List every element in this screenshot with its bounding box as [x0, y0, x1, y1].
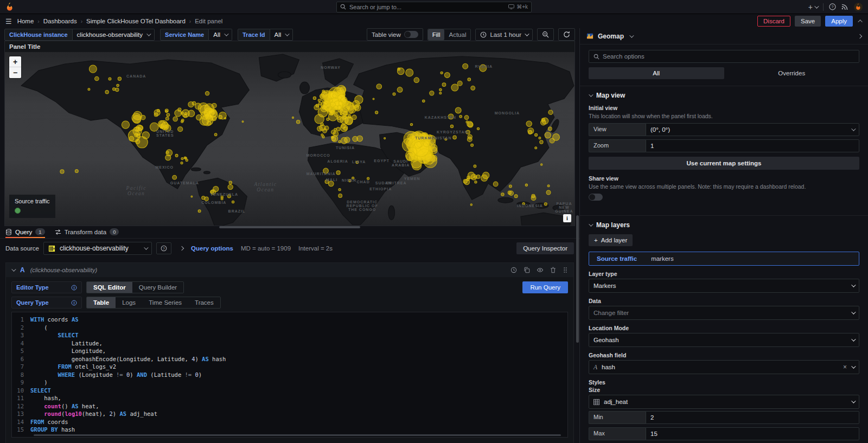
legend-marker-icon	[15, 208, 21, 214]
run-query-button[interactable]: Run Query	[522, 281, 568, 293]
query-type-logs[interactable]: Logs	[116, 297, 142, 308]
map-zoom-in-button[interactable]: +	[9, 56, 21, 67]
apply-button[interactable]: Apply	[825, 16, 853, 27]
refresh-button[interactable]	[558, 28, 575, 41]
location-mode-select[interactable]: Geohash	[589, 333, 859, 347]
options-tab-all[interactable]: All	[589, 67, 724, 79]
traffic-marker	[531, 196, 536, 201]
options-tab-overrides[interactable]: Overrides	[724, 67, 860, 79]
variable-value[interactable]: clickhouse-observability	[73, 29, 155, 41]
traffic-marker	[501, 193, 504, 196]
query-type-traces[interactable]: Traces	[188, 297, 220, 308]
map-attribution-button[interactable]: i	[563, 214, 571, 222]
breadcrumb-item[interactable]: Dashboards	[43, 18, 77, 24]
geomap-canvas[interactable]: RUSSIACANADAUNITED STATESMEXICOGUATEMALA…	[5, 52, 575, 226]
datasource-picker[interactable]: clickhouse-observability	[43, 242, 152, 255]
share-view-toggle[interactable]	[589, 194, 603, 201]
sql-line: 12 count() AS heat,	[12, 402, 567, 410]
variable-label[interactable]: ClickHouse instance	[4, 29, 73, 41]
traffic-marker	[184, 157, 186, 159]
traffic-marker	[464, 179, 470, 185]
panel-title[interactable]: Panel Title	[5, 41, 575, 52]
collapse-pane-icon[interactable]	[858, 35, 861, 38]
geohash-field-select[interactable]: A hash ×	[589, 360, 859, 374]
traffic-marker	[242, 121, 244, 123]
eye-icon[interactable]	[537, 267, 544, 273]
size-field-select[interactable]: adj_heat	[589, 395, 859, 409]
use-current-map-settings-button[interactable]: Use current map settings	[589, 157, 859, 170]
editor-type-query-builder[interactable]: Query Builder	[132, 282, 183, 293]
query-type-table[interactable]: Table	[87, 297, 116, 308]
datasource-help-icon[interactable]: ?	[156, 242, 171, 254]
tab-query[interactable]: Query 1	[5, 228, 45, 238]
max-input[interactable]	[650, 431, 854, 437]
menu-icon[interactable]: ☰	[5, 17, 12, 25]
history-icon[interactable]	[510, 267, 517, 273]
share-view-desc: Use the same view across multiple panels…	[589, 183, 811, 190]
time-range-picker[interactable]: Last 1 hour	[475, 29, 533, 41]
query-ref-id: A	[20, 266, 25, 274]
traffic-marker	[165, 109, 168, 112]
save-button[interactable]: Save	[795, 16, 821, 27]
tab-transform-data[interactable]: Transform data 0	[55, 228, 119, 238]
zoom-input[interactable]	[650, 143, 854, 149]
query-row-header[interactable]: A (clickhouse-observability)	[6, 263, 573, 277]
data-filter-select[interactable]: Change filter	[589, 306, 859, 320]
trash-icon[interactable]	[550, 267, 556, 273]
layer-item-source-traffic[interactable]: Source traffic markers	[589, 252, 859, 266]
add-layer-button[interactable]: + Add layer	[589, 234, 633, 246]
query-options-toggle[interactable]: Query options	[191, 245, 233, 252]
viz-picker-title[interactable]: Geomap	[598, 33, 624, 40]
drag-handle-icon[interactable]	[563, 267, 568, 273]
breadcrumb-item[interactable]: Edit panel	[195, 18, 222, 24]
options-tabs: AllOverrides	[589, 67, 859, 79]
breadcrumb-item[interactable]: Simple ClickHouse OTel Dashboard	[86, 18, 186, 24]
line-number: 5	[12, 347, 30, 355]
sql-scrollbar[interactable]	[34, 434, 561, 436]
zoom-out-time-button[interactable]	[537, 28, 554, 41]
sql-line: 13 round(log10(heat), 2) AS adj_heat	[12, 410, 567, 418]
help-icon[interactable]: ?	[829, 3, 836, 10]
traffic-marker	[393, 93, 395, 95]
editor-type-sql-editor[interactable]: SQL Editor	[87, 282, 132, 293]
min-input[interactable]	[650, 414, 854, 421]
layer-type-select[interactable]: Markers	[589, 279, 859, 293]
info-icon[interactable]: i	[71, 285, 77, 291]
toggle-knob[interactable]	[404, 31, 418, 38]
map-layers-section-header[interactable]: Map layers	[589, 221, 859, 229]
collapse-top-icon[interactable]	[859, 20, 863, 23]
global-search[interactable]: ⌘+k	[336, 2, 532, 12]
datasource-name: clickhouse-observability	[60, 245, 139, 252]
table-view-toggle[interactable]: Table view	[367, 28, 423, 41]
options-search[interactable]	[589, 50, 859, 63]
options-search-input[interactable]	[603, 53, 854, 60]
new-menu-button[interactable]: +	[808, 3, 818, 11]
fill-option[interactable]: Fill	[428, 29, 445, 40]
copy-icon[interactable]	[524, 267, 530, 273]
sql-editor[interactable]: 1WITH coords AS2 (3 SELECT4 Latitude,5 L…	[11, 312, 568, 438]
grafana-logo-icon[interactable]	[5, 2, 15, 11]
query-type-time-series[interactable]: Time Series	[142, 297, 188, 308]
view-select[interactable]: (0°, 0°)	[646, 123, 859, 136]
clear-icon[interactable]: ×	[843, 363, 847, 371]
breadcrumb-item[interactable]: Home	[17, 18, 34, 24]
variable-label[interactable]: Service Name	[160, 29, 209, 41]
variable-picker: Service NameAll	[160, 29, 232, 41]
discard-button[interactable]: Discard	[757, 16, 790, 27]
info-icon[interactable]: i	[71, 300, 77, 306]
traffic-marker	[467, 176, 470, 179]
traffic-marker	[117, 84, 119, 87]
map-view-section-header[interactable]: Map view	[589, 92, 859, 99]
variable-value[interactable]: All	[209, 29, 232, 41]
scrollbar[interactable]	[576, 215, 579, 343]
query-inspector-button[interactable]: Query Inspector	[516, 242, 574, 254]
breadcrumb: Home›Dashboards›Simple ClickHouse OTel D…	[17, 18, 223, 24]
variable-label[interactable]: Trace Id	[238, 29, 270, 41]
news-icon[interactable]	[841, 3, 848, 10]
user-avatar[interactable]	[854, 3, 863, 11]
actual-option[interactable]: Actual	[444, 29, 470, 40]
traffic-marker	[548, 127, 552, 131]
search-input[interactable]	[349, 4, 505, 10]
variable-value[interactable]: All	[270, 29, 293, 41]
map-zoom-out-button[interactable]: −	[9, 67, 21, 78]
